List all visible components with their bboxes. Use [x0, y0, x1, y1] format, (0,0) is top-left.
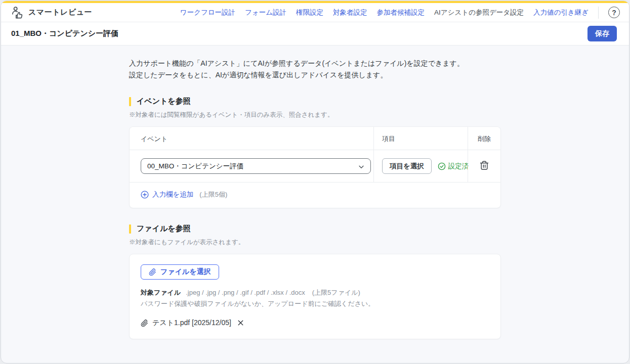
- chevron-down-icon: [358, 163, 365, 170]
- main-nav: ワークフロー設計 フォーム設計 権限設定 対象者設定 参加者候補設定 AIアシス…: [180, 7, 620, 19]
- section-accent-mark: [129, 224, 131, 234]
- select-file-button[interactable]: ファイルを選択: [141, 264, 219, 280]
- nav-participant-candidate-settings[interactable]: 参加者候補設定: [377, 8, 425, 17]
- select-item-button[interactable]: 項目を選択: [382, 158, 432, 174]
- check-circle-icon: [438, 162, 446, 170]
- intro-text: 入力サポート機能の「AIアシスト」にてAIが参照するデータ(イベントまたはファイ…: [129, 58, 501, 81]
- add-input-label: 入力欄を追加: [152, 190, 193, 199]
- upload-warning: パスワード保護や破損ファイルがないか、アップロード前にご確認ください。: [141, 299, 489, 308]
- intro-line-1: 入力サポート機能の「AIアシスト」にてAIが参照するデータ(イベントまたはファイ…: [129, 59, 464, 67]
- event-section-note: ※対象者には閲覧権限があるイベント・項目のみ表示、照合されます。: [129, 111, 501, 119]
- event-select-dropdown[interactable]: 00_MBO・コンピテンシー評価: [141, 158, 371, 174]
- event-table: イベント 項目 削除 00_MBO・コンピテンシー評価 項目を選択: [130, 127, 500, 183]
- target-file-types: .jpeg / .jpg / .png / .gif / .pdf / .xls…: [186, 289, 305, 296]
- uploaded-file-name: テスト1.pdf [2025/12/05]: [152, 318, 231, 328]
- section-accent-mark: [129, 97, 131, 106]
- app-logo: スマートレビュー: [11, 6, 92, 19]
- target-file-info: 対象ファイル.jpeg / .jpg / .png / .gif / .pdf …: [141, 287, 489, 298]
- delete-cell: [468, 150, 500, 183]
- page-title: 01_MBO・コンピテンシー評価: [11, 29, 118, 38]
- event-reference-card: イベント 項目 削除 00_MBO・コンピテンシー評価 項目を選択: [129, 126, 501, 208]
- nav-permission-settings[interactable]: 権限設定: [296, 8, 323, 17]
- nav-divider: [598, 7, 599, 19]
- file-section-note: ※対象者にもファイルが表示されます。: [129, 238, 501, 247]
- nav-input-value-carryover[interactable]: 入力値の引き継ぎ: [533, 8, 589, 17]
- target-file-limit: (上限5ファイル): [312, 289, 360, 296]
- item-cell: 項目を選択 設定済: [373, 150, 468, 183]
- status-label: 設定済: [448, 162, 469, 171]
- main-content: 入力サポート機能の「AIアシスト」にてAIが参照するデータ(イベントまたはファイ…: [1, 46, 629, 363]
- nav-workflow-design[interactable]: ワークフロー設計: [180, 8, 235, 17]
- uploaded-file-item: テスト1.pdf [2025/12/05]: [141, 318, 489, 328]
- trash-icon[interactable]: [479, 160, 490, 172]
- paperclip-icon: [149, 268, 156, 276]
- app-header: スマートレビュー ワークフロー設計 フォーム設計 権限設定 対象者設定 参加者候…: [1, 3, 629, 22]
- column-header-event: イベント: [130, 127, 373, 150]
- select-file-label: ファイルを選択: [160, 267, 211, 277]
- nav-form-design[interactable]: フォーム設計: [245, 8, 286, 17]
- plus-circle-icon: [141, 191, 149, 199]
- app-title: スマートレビュー: [28, 8, 92, 17]
- file-section-header: ファイルを参照: [129, 224, 501, 234]
- page-title-bar: 01_MBO・コンピテンシー評価 保存: [1, 22, 629, 46]
- file-reference-card: ファイルを選択 対象ファイル.jpeg / .jpg / .png / .gif…: [129, 254, 501, 339]
- event-select-value: 00_MBO・コンピテンシー評価: [147, 162, 243, 171]
- column-header-delete: 削除: [468, 127, 500, 150]
- file-section-title: ファイルを参照: [137, 224, 191, 234]
- event-section-title: イベントを参照: [137, 97, 191, 106]
- nav-target-settings[interactable]: 対象者設定: [333, 8, 367, 17]
- add-input-row: 入力欄を追加 (上限5個): [130, 183, 500, 208]
- save-button[interactable]: 保存: [587, 26, 617, 41]
- help-icon[interactable]: ?: [608, 7, 620, 18]
- person-thumbs-up-icon: [11, 6, 24, 19]
- column-header-item: 項目: [373, 127, 468, 150]
- app-window: スマートレビュー ワークフロー設計 フォーム設計 権限設定 対象者設定 参加者候…: [1, 1, 629, 363]
- nav-ai-assist-reference-data-settings[interactable]: AIアシストの参照データ設定: [434, 8, 524, 17]
- status-badge: 設定済: [438, 162, 469, 171]
- event-cell: 00_MBO・コンピテンシー評価: [130, 150, 373, 183]
- paperclip-icon: [141, 320, 148, 327]
- event-section-header: イベントを参照: [129, 97, 501, 106]
- intro-line-2: 設定したデータをもとに、AIが適切な情報を選び出しアドバイスを提供します。: [129, 71, 387, 79]
- target-file-label: 対象ファイル: [141, 289, 181, 296]
- add-input-link[interactable]: 入力欄を追加: [141, 190, 193, 199]
- add-input-limit: (上限5個): [199, 190, 227, 199]
- remove-file-icon[interactable]: [237, 319, 245, 327]
